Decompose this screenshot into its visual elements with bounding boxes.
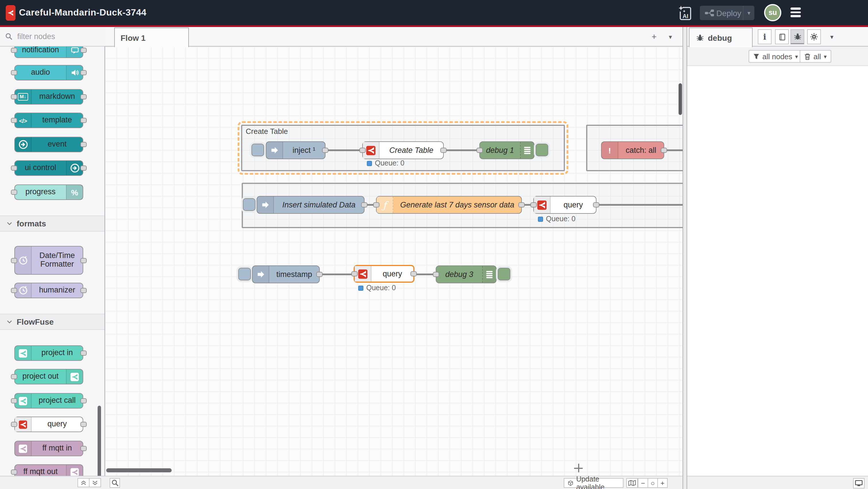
- canvas-horizontal-scrollbar[interactable]: [106, 468, 172, 472]
- palette-search[interactable]: [0, 27, 105, 47]
- node-input-port[interactable]: [530, 202, 537, 207]
- node-input-port[interactable]: [11, 288, 17, 293]
- palette-node-humanizer[interactable]: humanizer: [14, 283, 83, 298]
- inject-trigger-button[interactable]: [251, 144, 264, 156]
- config-tab-button[interactable]: [807, 29, 821, 44]
- node-output-port[interactable]: [81, 422, 87, 427]
- node-input-port[interactable]: [360, 148, 366, 153]
- palette-node-notification[interactable]: notification: [14, 47, 83, 58]
- node-output-port[interactable]: [316, 272, 322, 277]
- node-output-port[interactable]: [81, 70, 87, 75]
- node-input-port[interactable]: [476, 148, 483, 153]
- node-input-port[interactable]: [11, 374, 17, 379]
- palette-node-markdown[interactable]: M↓ markdown: [14, 89, 83, 105]
- wire[interactable]: [326, 149, 362, 151]
- node-input-port[interactable]: [373, 202, 379, 207]
- node-output-port[interactable]: [81, 166, 87, 171]
- node-output-port[interactable]: [81, 258, 87, 263]
- flow-node-debug1[interactable]: debug 1: [479, 141, 534, 159]
- expand-all-button[interactable]: [89, 478, 101, 487]
- palette-node-progress[interactable]: progress %: [14, 184, 83, 200]
- node-input-port[interactable]: [11, 118, 17, 123]
- sidebar-splitter[interactable]: [683, 27, 687, 489]
- flow-node-generate-sensor-data[interactable]: ƒ Generate last 7 days sensor data: [376, 196, 522, 214]
- canvas-vertical-scrollbar[interactable]: [679, 83, 682, 115]
- update-available-button[interactable]: Update available: [564, 478, 623, 488]
- open-dashboard-button[interactable]: [853, 478, 865, 488]
- add-flow-button[interactable]: +: [652, 32, 657, 41]
- tab-debug[interactable]: debug: [689, 28, 753, 47]
- collapse-all-button[interactable]: [78, 478, 90, 487]
- node-output-port[interactable]: [593, 202, 599, 207]
- palette-node-project-out[interactable]: project out: [14, 369, 83, 384]
- node-output-port[interactable]: [410, 271, 417, 277]
- node-output-port[interactable]: [81, 94, 87, 99]
- palette-section-flowfuse[interactable]: FlowFuse: [0, 314, 104, 330]
- flow-node-insert-simulated-data[interactable]: Insert simulated Data: [257, 196, 365, 214]
- node-output-port[interactable]: [81, 350, 87, 356]
- ai-assistant-button[interactable]: AI: [677, 5, 692, 21]
- inject-trigger-button[interactable]: [238, 268, 251, 280]
- palette-node-ui-control[interactable]: ui control: [14, 160, 83, 176]
- palette-node-event[interactable]: event: [14, 137, 83, 152]
- flow-node-create-table[interactable]: Create Table: [362, 141, 444, 159]
- node-input-port[interactable]: [11, 469, 17, 474]
- wire[interactable]: [414, 273, 436, 275]
- node-input-port[interactable]: [11, 48, 17, 53]
- palette-node-project-in[interactable]: project in: [14, 345, 83, 361]
- node-output-port[interactable]: [361, 202, 367, 207]
- palette-node-ff-mqtt-out[interactable]: ff mqtt out: [14, 464, 83, 476]
- node-output-port[interactable]: [81, 398, 87, 403]
- node-output-port[interactable]: [518, 202, 525, 207]
- node-input-port[interactable]: [11, 70, 17, 75]
- flow-node-debug3[interactable]: debug 3: [436, 265, 497, 283]
- node-output-port[interactable]: [440, 148, 446, 153]
- canvas-search-button[interactable]: [110, 478, 120, 488]
- node-output-port[interactable]: [81, 288, 87, 293]
- palette-node-ff-mqtt-in[interactable]: ff mqtt in: [14, 441, 83, 456]
- help-tab-button[interactable]: [775, 29, 789, 44]
- palette-node-query[interactable]: query: [14, 416, 83, 432]
- node-input-port[interactable]: [351, 271, 358, 277]
- flow-node-catch-all[interactable]: ! catch: all: [601, 141, 664, 159]
- palette-node-audio[interactable]: audio: [14, 65, 83, 81]
- node-output-port[interactable]: [81, 48, 87, 53]
- wire[interactable]: [444, 149, 479, 151]
- node-output-port[interactable]: [322, 148, 329, 153]
- node-output-port[interactable]: [81, 142, 87, 147]
- deploy-button[interactable]: Deploy ▾: [700, 6, 754, 20]
- node-input-port[interactable]: [11, 190, 17, 195]
- palette-section-formats[interactable]: formats: [0, 215, 104, 232]
- flow-node-inject1[interactable]: inject ¹: [266, 141, 326, 159]
- node-output-port[interactable]: [81, 118, 87, 123]
- debug-tab-button[interactable]: [790, 29, 804, 44]
- main-menu-button[interactable]: [790, 7, 801, 19]
- palette-node-project-call[interactable]: project call: [14, 393, 83, 408]
- zoom-reset-button[interactable]: ○: [648, 478, 658, 488]
- palette-node-template[interactable]: </> template: [14, 113, 83, 128]
- minimap-button[interactable]: [626, 478, 638, 488]
- flow-canvas[interactable]: Create Table inject ¹ Create T: [105, 47, 683, 476]
- node-input-port[interactable]: [11, 422, 17, 427]
- zoom-in-button[interactable]: +: [657, 478, 668, 488]
- user-avatar[interactable]: su: [764, 4, 781, 21]
- node-input-port[interactable]: [11, 94, 17, 99]
- filter-nodes-input[interactable]: [16, 32, 91, 41]
- info-tab-button[interactable]: i: [758, 29, 772, 44]
- flow-node-query-mid[interactable]: query: [533, 196, 596, 214]
- debug-toggle-button[interactable]: [536, 144, 548, 156]
- flow-list-chevron-icon[interactable]: ▾: [669, 33, 672, 41]
- clear-messages-button[interactable]: all ▾: [800, 50, 831, 63]
- debug-toggle-button[interactable]: [498, 268, 510, 280]
- sidebar-options-chevron-icon[interactable]: ▾: [825, 29, 839, 44]
- node-input-port[interactable]: [11, 258, 17, 263]
- palette-node-datetime-formatter[interactable]: Date/Time Formatter: [14, 246, 83, 275]
- node-input-port[interactable]: [11, 166, 17, 171]
- filter-nodes-button[interactable]: all nodes ▾: [749, 50, 803, 63]
- wire[interactable]: [596, 204, 683, 206]
- inject-trigger-button[interactable]: [243, 198, 255, 211]
- tab-flow-1[interactable]: Flow 1: [114, 28, 189, 47]
- node-output-port[interactable]: [81, 446, 87, 451]
- node-input-port[interactable]: [433, 272, 439, 277]
- zoom-out-button[interactable]: −: [638, 478, 648, 488]
